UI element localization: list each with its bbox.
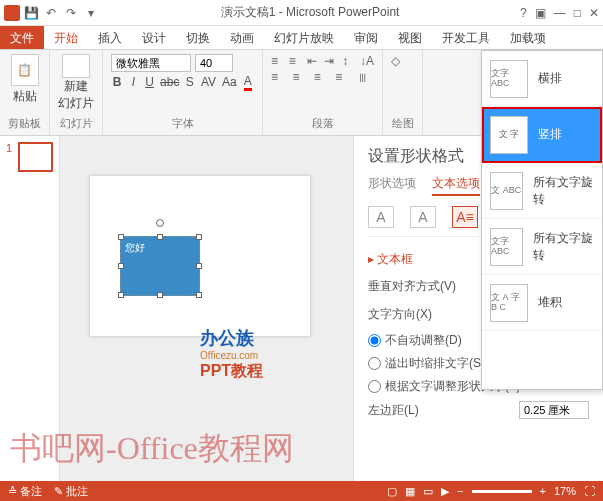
ribbon: 📋 粘贴 剪贴板 新建 幻灯片 幻灯片 B I U abc S AV Aa A … bbox=[0, 50, 603, 136]
tab-addins[interactable]: 加载项 bbox=[500, 26, 556, 49]
selected-shape[interactable]: 您好 bbox=[120, 236, 200, 296]
line-spacing-icon[interactable]: ↕ bbox=[342, 54, 356, 70]
direction-label: 所有文字旋转 bbox=[533, 174, 594, 208]
slide-thumbnail[interactable] bbox=[18, 142, 53, 172]
resize-handle[interactable] bbox=[118, 263, 124, 269]
tab-shape-options[interactable]: 形状选项 bbox=[368, 175, 416, 196]
tab-view[interactable]: 视图 bbox=[388, 26, 432, 49]
tab-review[interactable]: 审阅 bbox=[344, 26, 388, 49]
resize-handle[interactable] bbox=[118, 234, 124, 240]
tdir-label: 文字方向(X) bbox=[368, 306, 493, 323]
rotation-handle[interactable] bbox=[156, 219, 164, 227]
undo-icon[interactable]: ↶ bbox=[42, 4, 60, 22]
tab-text-options[interactable]: 文本选项 bbox=[432, 175, 480, 196]
underline-button[interactable]: U bbox=[143, 72, 155, 92]
tab-insert[interactable]: 插入 bbox=[88, 26, 132, 49]
direction-option-rotate90[interactable]: 文 ABC 所有文字旋转 bbox=[482, 163, 602, 219]
fit-window-icon[interactable]: ⛶ bbox=[584, 485, 595, 497]
title-bar: 💾 ↶ ↷ ▾ 演示文稿1 - Microsoft PowerPoint ? ▣… bbox=[0, 0, 603, 26]
view-normal-icon[interactable]: ▢ bbox=[387, 485, 397, 498]
direction-label: 堆积 bbox=[538, 294, 562, 311]
redo-icon[interactable]: ↷ bbox=[62, 4, 80, 22]
tab-home[interactable]: 开始 bbox=[44, 26, 88, 49]
tab-design[interactable]: 设计 bbox=[132, 26, 176, 49]
tab-transitions[interactable]: 切换 bbox=[176, 26, 220, 49]
view-sorter-icon[interactable]: ▦ bbox=[405, 485, 415, 498]
slide-canvas[interactable]: 您好 bbox=[90, 176, 310, 336]
ribbon-tabs: 文件 开始 插入 设计 切换 动画 幻灯片放映 审阅 视图 开发工具 加载项 bbox=[0, 26, 603, 50]
comments-button[interactable]: ✎ 批注 bbox=[54, 484, 88, 499]
direction-label: 所有文字旋转 bbox=[533, 230, 594, 264]
shape-text[interactable]: 您好 bbox=[121, 237, 199, 259]
slide-canvas-area[interactable]: 您好 办公族 Officezu.com PPT教程 bbox=[60, 136, 353, 481]
left-margin-input[interactable] bbox=[519, 401, 589, 419]
slide-label: 幻灯片 bbox=[58, 95, 94, 112]
maximize-icon[interactable]: □ bbox=[574, 6, 581, 20]
zoom-level[interactable]: 17% bbox=[554, 485, 576, 497]
align-right-icon[interactable]: ≡ bbox=[314, 70, 331, 86]
logo-line1: 办公族 bbox=[200, 326, 263, 350]
textbox-icon[interactable]: A≡ bbox=[452, 206, 478, 228]
valign-label: 垂直对齐方式(V) bbox=[368, 278, 493, 295]
quick-access-toolbar: 💾 ↶ ↷ ▾ bbox=[4, 4, 100, 22]
direction-thumb-icon: 文字 ABC bbox=[490, 228, 523, 266]
resize-handle[interactable] bbox=[196, 234, 202, 240]
zoom-slider[interactable] bbox=[472, 490, 532, 493]
align-center-icon[interactable]: ≡ bbox=[292, 70, 309, 86]
direction-label: 竖排 bbox=[538, 126, 562, 143]
new-slide-button[interactable]: 新建 幻灯片 bbox=[58, 54, 94, 112]
font-size-select[interactable] bbox=[195, 54, 233, 72]
view-reading-icon[interactable]: ▭ bbox=[423, 485, 433, 498]
zoom-in-icon[interactable]: + bbox=[540, 485, 546, 497]
tab-developer[interactable]: 开发工具 bbox=[432, 26, 500, 49]
tab-slideshow[interactable]: 幻灯片放映 bbox=[264, 26, 344, 49]
align-left-icon[interactable]: ≡ bbox=[271, 70, 288, 86]
minimize-icon[interactable]: — bbox=[554, 6, 566, 20]
save-icon[interactable]: 💾 bbox=[22, 4, 40, 22]
group-label-clipboard: 剪贴板 bbox=[8, 116, 41, 131]
radio-input[interactable] bbox=[368, 380, 381, 393]
resize-handle[interactable] bbox=[196, 263, 202, 269]
indent-right-icon[interactable]: ⇥ bbox=[324, 54, 338, 70]
ribbon-display-icon[interactable]: ▣ bbox=[535, 6, 546, 20]
view-slideshow-icon[interactable]: ▶ bbox=[441, 485, 449, 498]
text-direction-icon[interactable]: ↓A bbox=[360, 54, 374, 70]
direction-option-stacked[interactable]: 文 A 字 B C 堆积 bbox=[482, 275, 602, 331]
font-family-select[interactable] bbox=[111, 54, 191, 72]
numbering-icon[interactable]: ≡ bbox=[289, 54, 303, 70]
justify-icon[interactable]: ≡ bbox=[335, 70, 352, 86]
resize-handle[interactable] bbox=[118, 292, 124, 298]
shadow-button[interactable]: S bbox=[184, 72, 196, 92]
shapes-icon[interactable]: ◇ bbox=[391, 54, 409, 70]
slide-number: 1 bbox=[6, 142, 12, 172]
font-color-button[interactable]: A bbox=[242, 72, 254, 92]
bullets-icon[interactable]: ≡ bbox=[271, 54, 285, 70]
help-icon[interactable]: ? bbox=[520, 6, 527, 20]
case-button[interactable]: Aa bbox=[221, 72, 238, 92]
bold-button[interactable]: B bbox=[111, 72, 123, 92]
italic-button[interactable]: I bbox=[127, 72, 139, 92]
tab-animations[interactable]: 动画 bbox=[220, 26, 264, 49]
direction-option-vertical[interactable]: 文 字 竖排 bbox=[482, 107, 602, 163]
radio-input[interactable] bbox=[368, 357, 381, 370]
text-effects-icon[interactable]: A bbox=[410, 206, 436, 228]
indent-left-icon[interactable]: ⇤ bbox=[307, 54, 321, 70]
strikethrough-button[interactable]: abc bbox=[160, 72, 180, 92]
qat-dropdown-icon[interactable]: ▾ bbox=[82, 4, 100, 22]
spacing-button[interactable]: AV bbox=[200, 72, 217, 92]
resize-handle[interactable] bbox=[196, 292, 202, 298]
direction-thumb-icon: 文 A 字 B C bbox=[490, 284, 528, 322]
paste-button[interactable]: 📋 粘贴 bbox=[8, 54, 41, 105]
close-icon[interactable]: ✕ bbox=[589, 6, 599, 20]
notes-button[interactable]: ≙ 备注 bbox=[8, 484, 42, 499]
columns-icon[interactable]: ⫼ bbox=[357, 70, 374, 86]
direction-option-horizontal[interactable]: 文字 ABC 横排 bbox=[482, 51, 602, 107]
zoom-out-icon[interactable]: − bbox=[457, 485, 463, 497]
tab-file[interactable]: 文件 bbox=[0, 26, 44, 49]
resize-handle[interactable] bbox=[157, 292, 163, 298]
group-label-drawing: 绘图 bbox=[391, 116, 414, 131]
direction-option-rotate270[interactable]: 文字 ABC 所有文字旋转 bbox=[482, 219, 602, 275]
radio-input[interactable] bbox=[368, 334, 381, 347]
resize-handle[interactable] bbox=[157, 234, 163, 240]
text-fill-icon[interactable]: A bbox=[368, 206, 394, 228]
